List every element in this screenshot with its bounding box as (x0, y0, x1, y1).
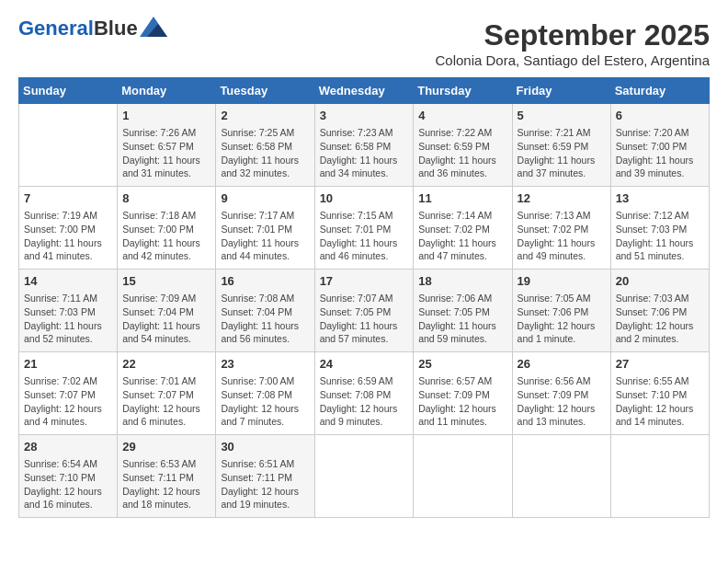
day-number: 10 (320, 190, 409, 207)
day-number: 25 (418, 356, 506, 373)
day-number: 11 (418, 190, 506, 207)
calendar-cell: 3Sunrise: 7:23 AM Sunset: 6:58 PM Daylig… (314, 104, 414, 187)
header-thursday: Thursday (414, 78, 512, 104)
cell-content: Sunrise: 6:57 AM Sunset: 7:09 PM Dayligh… (418, 374, 506, 429)
calendar-header-row: SundayMondayTuesdayWednesdayThursdayFrid… (19, 78, 710, 104)
calendar-week-row: 21Sunrise: 7:02 AM Sunset: 7:07 PM Dayli… (19, 352, 710, 435)
calendar-cell: 14Sunrise: 7:11 AM Sunset: 7:03 PM Dayli… (19, 270, 118, 352)
calendar-cell: 16Sunrise: 7:08 AM Sunset: 7:04 PM Dayli… (216, 270, 314, 352)
day-number: 2 (221, 108, 309, 124)
cell-content: Sunrise: 7:03 AM Sunset: 7:06 PM Dayligh… (616, 292, 704, 346)
calendar-week-row: 28Sunrise: 6:54 AM Sunset: 7:10 PM Dayli… (19, 435, 710, 518)
day-number: 16 (221, 273, 309, 290)
cell-content: Sunrise: 6:59 AM Sunset: 7:08 PM Dayligh… (320, 374, 409, 429)
calendar-cell: 4Sunrise: 7:22 AM Sunset: 6:59 PM Daylig… (414, 104, 512, 187)
calendar-cell: 6Sunrise: 7:20 AM Sunset: 7:00 PM Daylig… (610, 104, 709, 187)
cell-content: Sunrise: 7:12 AM Sunset: 7:03 PM Dayligh… (616, 209, 704, 263)
calendar-cell: 26Sunrise: 6:56 AM Sunset: 7:09 PM Dayli… (512, 352, 610, 435)
header-saturday: Saturday (610, 78, 709, 104)
cell-content: Sunrise: 7:06 AM Sunset: 7:05 PM Dayligh… (418, 292, 506, 346)
day-number: 28 (24, 439, 112, 455)
calendar-cell: 9Sunrise: 7:17 AM Sunset: 7:01 PM Daylig… (216, 187, 314, 270)
calendar-cell: 13Sunrise: 7:12 AM Sunset: 7:03 PM Dayli… (610, 187, 709, 270)
day-number: 6 (616, 108, 704, 124)
day-number: 13 (616, 190, 704, 207)
cell-content: Sunrise: 7:18 AM Sunset: 7:00 PM Dayligh… (122, 209, 210, 263)
calendar-cell: 2Sunrise: 7:25 AM Sunset: 6:58 PM Daylig… (216, 104, 314, 187)
day-number: 5 (518, 108, 606, 124)
cell-content: Sunrise: 7:09 AM Sunset: 7:04 PM Dayligh… (122, 292, 210, 346)
cell-content: Sunrise: 7:07 AM Sunset: 7:05 PM Dayligh… (320, 292, 409, 346)
calendar-week-row: 7Sunrise: 7:19 AM Sunset: 7:00 PM Daylig… (19, 187, 710, 270)
cell-content: Sunrise: 7:11 AM Sunset: 7:03 PM Dayligh… (24, 292, 112, 346)
day-number: 29 (122, 439, 210, 455)
cell-content: Sunrise: 7:22 AM Sunset: 6:59 PM Dayligh… (418, 126, 506, 180)
calendar-cell: 1Sunrise: 7:26 AM Sunset: 6:57 PM Daylig… (118, 104, 216, 187)
page-subtitle: Colonia Dora, Santiago del Estero, Argen… (435, 52, 710, 68)
calendar-cell: 24Sunrise: 6:59 AM Sunset: 7:08 PM Dayli… (314, 352, 414, 435)
cell-content: Sunrise: 6:56 AM Sunset: 7:09 PM Dayligh… (518, 374, 606, 429)
day-number: 24 (320, 356, 409, 373)
calendar-cell (414, 435, 512, 518)
day-number: 26 (518, 356, 606, 373)
calendar-cell: 28Sunrise: 6:54 AM Sunset: 7:10 PM Dayli… (19, 435, 118, 518)
calendar-cell (610, 435, 709, 518)
header-monday: Monday (118, 78, 216, 104)
day-number: 30 (221, 439, 309, 455)
cell-content: Sunrise: 7:26 AM Sunset: 6:57 PM Dayligh… (122, 126, 210, 180)
day-number: 15 (122, 273, 210, 290)
cell-content: Sunrise: 7:19 AM Sunset: 7:00 PM Dayligh… (24, 209, 112, 263)
cell-content: Sunrise: 7:21 AM Sunset: 6:59 PM Dayligh… (518, 126, 606, 180)
logo-text: GeneralBlue (18, 18, 138, 39)
logo-icon (140, 17, 167, 37)
day-number: 18 (418, 273, 506, 290)
day-number: 7 (24, 190, 112, 207)
calendar-cell (19, 104, 118, 187)
cell-content: Sunrise: 7:14 AM Sunset: 7:02 PM Dayligh… (418, 209, 506, 263)
calendar-week-row: 1Sunrise: 7:26 AM Sunset: 6:57 PM Daylig… (19, 104, 710, 187)
cell-content: Sunrise: 7:02 AM Sunset: 7:07 PM Dayligh… (24, 374, 112, 429)
logo: GeneralBlue (18, 18, 167, 39)
header-friday: Friday (512, 78, 610, 104)
calendar-cell (512, 435, 610, 518)
cell-content: Sunrise: 7:00 AM Sunset: 7:08 PM Dayligh… (221, 374, 309, 429)
day-number: 12 (518, 190, 606, 207)
calendar-cell: 8Sunrise: 7:18 AM Sunset: 7:00 PM Daylig… (118, 187, 216, 270)
calendar-cell: 7Sunrise: 7:19 AM Sunset: 7:00 PM Daylig… (19, 187, 118, 270)
calendar-cell: 10Sunrise: 7:15 AM Sunset: 7:01 PM Dayli… (314, 187, 414, 270)
cell-content: Sunrise: 7:23 AM Sunset: 6:58 PM Dayligh… (320, 126, 409, 180)
calendar-cell: 5Sunrise: 7:21 AM Sunset: 6:59 PM Daylig… (512, 104, 610, 187)
header-tuesday: Tuesday (216, 78, 314, 104)
cell-content: Sunrise: 7:01 AM Sunset: 7:07 PM Dayligh… (122, 374, 210, 429)
calendar-week-row: 14Sunrise: 7:11 AM Sunset: 7:03 PM Dayli… (19, 270, 710, 352)
day-number: 9 (221, 190, 309, 207)
calendar-cell: 11Sunrise: 7:14 AM Sunset: 7:02 PM Dayli… (414, 187, 512, 270)
day-number: 23 (221, 356, 309, 373)
calendar-cell: 25Sunrise: 6:57 AM Sunset: 7:09 PM Dayli… (414, 352, 512, 435)
day-number: 27 (616, 356, 704, 373)
calendar-cell: 23Sunrise: 7:00 AM Sunset: 7:08 PM Dayli… (216, 352, 314, 435)
calendar-cell: 30Sunrise: 6:51 AM Sunset: 7:11 PM Dayli… (216, 435, 314, 518)
day-number: 14 (24, 273, 112, 290)
cell-content: Sunrise: 7:17 AM Sunset: 7:01 PM Dayligh… (221, 209, 309, 263)
cell-content: Sunrise: 7:13 AM Sunset: 7:02 PM Dayligh… (518, 209, 606, 263)
calendar-table: SundayMondayTuesdayWednesdayThursdayFrid… (18, 77, 710, 518)
cell-content: Sunrise: 7:15 AM Sunset: 7:01 PM Dayligh… (320, 209, 409, 263)
calendar-cell: 18Sunrise: 7:06 AM Sunset: 7:05 PM Dayli… (414, 270, 512, 352)
calendar-cell: 29Sunrise: 6:53 AM Sunset: 7:11 PM Dayli… (118, 435, 216, 518)
cell-content: Sunrise: 6:54 AM Sunset: 7:10 PM Dayligh… (24, 457, 112, 511)
calendar-cell: 15Sunrise: 7:09 AM Sunset: 7:04 PM Dayli… (118, 270, 216, 352)
calendar-cell: 17Sunrise: 7:07 AM Sunset: 7:05 PM Dayli… (314, 270, 414, 352)
day-number: 21 (24, 356, 112, 373)
day-number: 20 (616, 273, 704, 290)
cell-content: Sunrise: 7:25 AM Sunset: 6:58 PM Dayligh… (221, 126, 309, 180)
calendar-cell: 12Sunrise: 7:13 AM Sunset: 7:02 PM Dayli… (512, 187, 610, 270)
cell-content: Sunrise: 7:20 AM Sunset: 7:00 PM Dayligh… (616, 126, 704, 180)
day-number: 17 (320, 273, 409, 290)
header-sunday: Sunday (19, 78, 118, 104)
title-block: September 2025 Colonia Dora, Santiago de… (435, 18, 710, 68)
page-header: GeneralBlue September 2025 Colonia Dora,… (18, 18, 710, 68)
page-title: September 2025 (435, 18, 710, 52)
day-number: 3 (320, 108, 409, 124)
calendar-cell: 27Sunrise: 6:55 AM Sunset: 7:10 PM Dayli… (610, 352, 709, 435)
